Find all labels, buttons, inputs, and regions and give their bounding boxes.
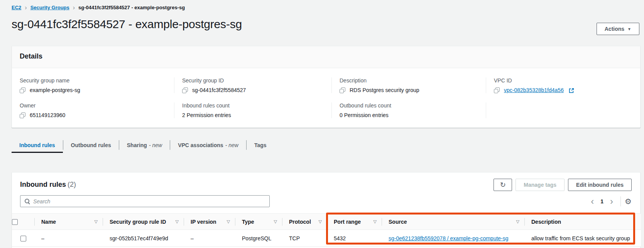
cell-ip-version: –: [184, 230, 235, 247]
next-page-icon[interactable]: ›: [607, 197, 617, 206]
field-value: 651149123960: [30, 112, 65, 118]
actions-button-label: Actions: [605, 26, 624, 32]
field-label: Owner: [20, 102, 174, 109]
cell-port-range: 5432: [327, 230, 382, 247]
current-page[interactable]: 1: [597, 198, 607, 204]
cell-description: allow traffic from ECS task security gro…: [524, 230, 641, 247]
column-label: Protocol: [289, 219, 311, 225]
field-value: 2 Permission entries: [182, 112, 231, 118]
ec2-security-group-page: { "colors": { "link": "#0073bb", "active…: [0, 0, 644, 248]
row-checkbox[interactable]: [20, 236, 26, 241]
field-value: RDS Postgres security group: [350, 87, 419, 93]
field-empty: [486, 102, 632, 118]
field-label: Security group ID: [182, 77, 331, 84]
field-value: example-postgres-sg: [30, 87, 80, 93]
column-header-name[interactable]: Name ▽: [34, 214, 103, 230]
tab-tags[interactable]: Tags: [247, 139, 274, 153]
tab-inbound-rules[interactable]: Inbound rules: [12, 139, 63, 153]
column-label: Port range: [334, 219, 361, 225]
sort-icon[interactable]: ▽: [227, 219, 230, 224]
field-owner: Owner 651149123960: [20, 102, 174, 118]
sort-icon[interactable]: ▽: [374, 219, 377, 224]
tab-bar: Inbound rules Outbound rules Sharing - n…: [12, 139, 274, 153]
tab-label: VPC associations: [178, 142, 223, 148]
tab-label: Sharing: [127, 142, 147, 148]
cell-source: sg-0e621238fb5592078 / example-pg-comput…: [382, 230, 524, 247]
column-label: Source: [389, 219, 407, 225]
copy-icon[interactable]: [182, 87, 188, 93]
details-panel: Details Security group name example-post…: [12, 46, 641, 128]
tab-sharing[interactable]: Sharing - new: [119, 139, 170, 153]
column-label: Type: [242, 219, 254, 225]
column-header-source[interactable]: Source ▽: [382, 214, 524, 230]
field-inbound-rules-count: Inbound rules count 2 Permission entries: [174, 102, 331, 118]
field-security-group-id: Security group ID sg-0441fc3f2f5584527: [174, 77, 331, 93]
field-label: VPC ID: [494, 77, 632, 84]
details-grid: Security group name example-postgres-sg …: [12, 68, 640, 128]
cell-name: –: [34, 230, 103, 247]
previous-page-icon[interactable]: ‹: [587, 197, 597, 206]
field-outbound-rules-count: Outbound rules count 0 Permission entrie…: [331, 102, 486, 118]
column-label: Security group rule ID: [110, 219, 166, 225]
cell-security-group-rule-id: sgr-052b517ec4f749e9d: [103, 230, 184, 247]
external-link-icon: [569, 88, 574, 93]
pagination-divider: [620, 196, 621, 206]
tab-new-badge: - new: [149, 142, 162, 148]
field-security-group-name: Security group name example-postgres-sg: [20, 77, 174, 93]
column-header-ip-version[interactable]: IP version ▽: [184, 214, 235, 230]
sort-icon[interactable]: ▽: [176, 219, 179, 224]
copy-icon[interactable]: [20, 112, 25, 118]
column-header-description[interactable]: Description: [524, 214, 641, 230]
vpc-id-link[interactable]: vpc-082b35328b1fd4a56: [504, 87, 564, 93]
sort-icon[interactable]: ▽: [516, 219, 519, 224]
pagination: ‹ 1 › ⚙: [587, 196, 632, 206]
tab-new-badge: - new: [225, 142, 238, 148]
search-input[interactable]: [33, 196, 269, 207]
column-header-security-group-rule-id[interactable]: Security group rule ID ▽: [103, 214, 184, 230]
refresh-icon: ↻: [500, 181, 506, 188]
field-vpc-id: VPC ID vpc-082b35328b1fd4a56: [486, 77, 632, 93]
breadcrumb-link-ec2[interactable]: EC2: [12, 5, 21, 10]
search-box: [20, 195, 270, 207]
inbound-rules-table: Name ▽ Security group rule ID ▽ IP versi…: [12, 213, 641, 247]
inbound-rules-panel: Inbound rules(2) ↻ Manage tags Edit inbo…: [12, 172, 641, 248]
source-security-group-link[interactable]: sg-0e621238fb5592078 / example-pg-comput…: [389, 235, 509, 241]
tab-label: Inbound rules: [19, 142, 55, 148]
cell-type: PostgreSQL: [235, 230, 282, 247]
refresh-button[interactable]: ↻: [494, 179, 512, 191]
copy-icon[interactable]: [20, 87, 25, 93]
field-label: Description: [340, 77, 486, 84]
table-row: – sgr-052b517ec4f749e9d – PostgreSQL TCP…: [12, 230, 641, 247]
inbound-rules-title-text: Inbound rules: [20, 181, 66, 188]
column-header-port-range[interactable]: Port range ▽: [327, 214, 382, 230]
column-label: Description: [531, 219, 561, 225]
sort-icon[interactable]: ▽: [274, 219, 277, 224]
tab-label: Outbound rules: [71, 142, 111, 148]
column-header-type[interactable]: Type ▽: [235, 214, 282, 230]
copy-icon[interactable]: [340, 87, 345, 93]
column-label: IP version: [191, 219, 216, 225]
copy-icon[interactable]: [494, 87, 500, 93]
details-heading: Details: [12, 46, 640, 68]
inbound-rules-title: Inbound rules(2): [20, 181, 76, 189]
column-label: Name: [41, 219, 56, 225]
tab-vpc-associations[interactable]: VPC associations - new: [170, 139, 246, 153]
field-label: Outbound rules count: [340, 102, 486, 109]
edit-inbound-rules-button[interactable]: Edit inbound rules: [568, 179, 632, 191]
field-value: sg-0441fc3f2f5584527: [192, 87, 246, 93]
actions-button[interactable]: Actions ▼: [597, 23, 639, 35]
field-label: Inbound rules count: [182, 102, 331, 109]
inbound-rules-count-badge: (2): [68, 181, 76, 188]
field-description: Description RDS Postgres security group: [331, 77, 486, 93]
sort-icon[interactable]: ▽: [319, 219, 322, 224]
table-header-row: Name ▽ Security group rule ID ▽ IP versi…: [12, 214, 641, 230]
breadcrumb-link-security-groups[interactable]: Security Groups: [30, 5, 69, 10]
tab-outbound-rules[interactable]: Outbound rules: [63, 139, 119, 153]
settings-gear-icon[interactable]: ⚙: [625, 197, 632, 206]
sort-icon[interactable]: ▽: [95, 219, 98, 224]
breadcrumb-current: sg-0441fc3f2f5584527 - example-postgres-…: [78, 5, 185, 10]
select-all-checkbox[interactable]: [12, 219, 18, 225]
tab-label: Tags: [254, 142, 267, 148]
manage-tags-button[interactable]: Manage tags: [516, 179, 565, 191]
column-header-protocol[interactable]: Protocol ▽: [282, 214, 327, 230]
